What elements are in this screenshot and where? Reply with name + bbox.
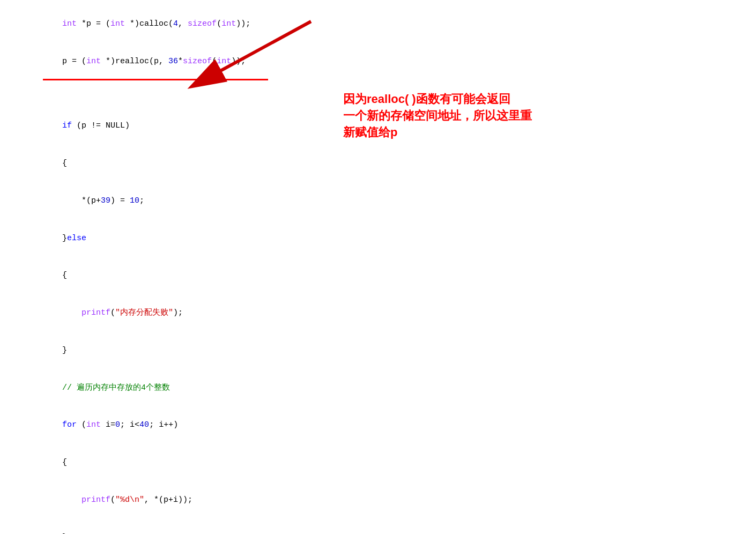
code-line-1: int *p = (int *)calloc(4, sizeof(int)); xyxy=(43,5,756,43)
annotation-text: 因为realloc( )函数有可能会返回 一个新的存储空间地址，所以这里重 新赋… xyxy=(343,91,532,140)
code-line-closebrace2: } xyxy=(43,332,756,369)
code-line-printf1: printf("内存分配失败"); xyxy=(43,294,756,332)
code-line-printf2: printf("%d\n", *(p+i)); xyxy=(43,481,756,519)
code-line-else: }else xyxy=(43,219,756,257)
code-line-comment: // 遍历内存中存放的4个整数 xyxy=(43,369,756,406)
code-line-brace3: { xyxy=(43,444,756,481)
code-area: int *p = (int *)calloc(4, sizeof(int)); … xyxy=(0,0,756,534)
code-line-brace2: { xyxy=(43,257,756,294)
code-line-deref: *(p+39) = 10; xyxy=(43,182,756,220)
code-line-for: for (int i=0; i<40; i++) xyxy=(43,406,756,444)
code-line-closebrace3: } xyxy=(43,518,756,534)
code-line-brace1: { xyxy=(43,145,756,182)
